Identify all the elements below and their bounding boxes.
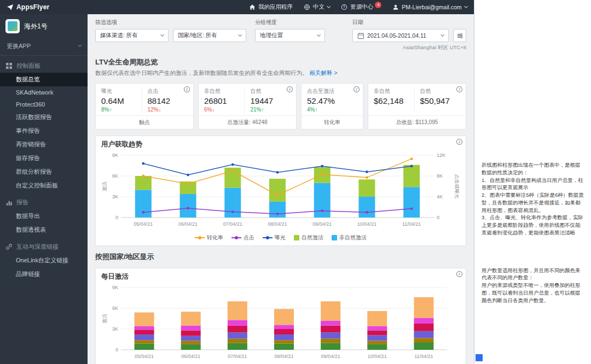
appsflyer-logo[interactable]: AppsFlyer — [7, 3, 49, 11]
kpi-card-footer: 总激活量: 46248 — [199, 115, 296, 129]
nav-resource-center[interactable]: ? 资源中心 4 — [341, 3, 381, 11]
ltv-title: LTV全生命周期总览 — [95, 57, 466, 67]
date-range-picker[interactable]: 2021.04.05-2021.04.11 — [352, 29, 449, 42]
kpi-metric: 点击至激活52.47%4%↑ — [307, 87, 357, 113]
annotation-stacked-bar: 用户数量选用柱形图，并且用不同的颜色来代表不同的用户数量： 用户的来源或类型不唯… — [482, 267, 584, 304]
sidebar-item[interactable]: SKAdNetwork — [0, 86, 88, 98]
nav-my-apps[interactable]: 我的应用程序 — [249, 3, 293, 11]
sidebar-item[interactable]: 自定义控制面板 — [0, 179, 88, 192]
svg-text:?: ? — [343, 5, 345, 9]
filter-group: 筛选选项 媒体渠道: 所有 国家/地区: 所有 — [95, 19, 246, 42]
sidebar-section-header[interactable]: 控制面板 — [0, 58, 88, 73]
explanation-link[interactable]: 相关解释 > — [309, 69, 337, 76]
sliders-icon — [456, 32, 463, 39]
app-name: 海外1号 — [24, 22, 48, 31]
legend-item[interactable]: 自然激活 — [294, 234, 323, 242]
svg-text:6K: 6K — [112, 306, 118, 311]
geo-select[interactable]: 国家/地区: 所有 — [173, 29, 246, 42]
legend-swatch — [332, 235, 337, 240]
sidebar-section-links: 互动与深度链接 OneLink自定义链接品牌链接 — [0, 239, 88, 281]
kpi-metric-value: 26801 — [204, 96, 241, 105]
kpi-cards: i曝光0.64M8%↑点击8814212%↓触点i非自然268016%↓自然19… — [95, 83, 466, 130]
svg-text:3K: 3K — [112, 194, 118, 199]
app-selector[interactable]: 海外1号 — [0, 14, 88, 38]
sidebar-section-header[interactable]: 互动与深度链接 — [0, 239, 88, 254]
chevron-down-icon — [327, 4, 331, 9]
legend-swatch — [294, 235, 299, 240]
sidebar-item[interactable]: 数据透视表 — [0, 223, 88, 237]
sidebar-section-header[interactable]: 报告 — [0, 195, 88, 209]
trend-chart-panel: 用户获取趋势 i 003K4K6K8K9K12K05/04/2106/04/21… — [95, 136, 466, 246]
sidebar-item[interactable]: 群组分析报告 — [0, 165, 88, 179]
daily-chart-panel: 每日激活 i 03K6K9K05/04/2106/04/2107/04/2108… — [95, 268, 466, 364]
filter-settings-button[interactable] — [453, 29, 466, 42]
kpi-metric-change: 8%↑ — [101, 107, 138, 113]
sidebar-item[interactable]: 再营销报告 — [0, 138, 88, 151]
svg-text:08/04/21: 08/04/21 — [274, 354, 293, 359]
media-source-select[interactable]: 媒体渠道: 所有 — [95, 29, 169, 42]
nav-label: 资源中心 — [350, 3, 373, 11]
ltv-section-header: LTV全生命周期总览 数据仅代表在选中日期内产生的激活，及新增数据随后发生的所有… — [95, 57, 466, 77]
sidebar-item[interactable]: OneLink自定义链接 — [0, 254, 88, 267]
chevron-down-icon — [78, 43, 82, 48]
sidebar-item[interactable]: Protect360 — [0, 98, 88, 110]
info-icon[interactable]: i — [456, 86, 462, 92]
kpi-metric-change: 12%↓ — [148, 107, 185, 113]
legend-swatch — [195, 237, 205, 238]
svg-text:9K: 9K — [112, 152, 118, 158]
legend-item[interactable]: 非自然激活 — [332, 234, 367, 242]
ltv-description-text: 数据仅代表在选中日期内产生的激活，及新增数据随后发生的所有全生命周期行为。 — [95, 69, 308, 76]
kpi-card: i点击至激活52.47%4%↑转化率 — [301, 83, 363, 130]
svg-text:10/04/21: 10/04/21 — [357, 221, 376, 227]
kpi-metric: 点击8814212%↓ — [142, 87, 188, 113]
legend-item[interactable]: 点击 — [231, 234, 254, 242]
legend-item[interactable]: 曝光 — [263, 234, 286, 242]
switch-app[interactable]: 更换APP — [0, 38, 88, 56]
dashboard-icon — [5, 62, 13, 69]
sidebar-item[interactable]: 活跃数据报告 — [0, 110, 88, 124]
kpi-metric-value: 52.47% — [307, 96, 354, 105]
svg-text:07/04/21: 07/04/21 — [223, 221, 242, 227]
svg-text:0: 0 — [115, 347, 118, 353]
country-section-title: 按照国家/地区显示 — [95, 252, 466, 262]
info-icon[interactable]: i — [456, 271, 462, 277]
kpi-metric: 非自然268016%↓ — [204, 87, 245, 113]
sidebar-item[interactable]: 数据总览 — [0, 73, 88, 86]
logo-bird-icon — [7, 4, 14, 11]
info-icon[interactable]: i — [354, 86, 360, 92]
ltv-description: 数据仅代表在选中日期内产生的激活，及新增数据随后发生的所有全生命周期行为。 相关… — [95, 69, 466, 77]
date-label: 日期 — [352, 19, 466, 26]
legend-label: 转化率 — [207, 234, 223, 242]
svg-text:11/04/21: 11/04/21 — [414, 354, 433, 359]
widget-button[interactable] — [476, 354, 483, 361]
sidebar-item[interactable]: 数据导出 — [0, 209, 88, 223]
daily-activation-chart[interactable]: 03K6K9K05/04/2106/04/2107/04/2108/04/210… — [101, 283, 459, 363]
group-dimension-select[interactable]: 地理位置 — [255, 29, 325, 42]
svg-text:激活: 激活 — [102, 314, 107, 324]
kpi-metric-label: 点击 — [148, 87, 185, 95]
user-acquisition-trend-chart[interactable]: 003K4K6K8K9K12K05/04/2106/04/2107/04/210… — [101, 151, 459, 231]
nav-label: 我的应用程序 — [258, 3, 293, 11]
trend-chart-title: 用户获取趋势 — [101, 140, 460, 149]
info-icon[interactable]: i — [456, 139, 462, 145]
nav-account[interactable]: PM-Lierbai@gmail.com — [392, 4, 467, 10]
link-icon — [5, 243, 13, 250]
sidebar-item[interactable]: 品牌链接 — [0, 267, 88, 281]
sidebar-item[interactable]: 留存报告 — [0, 151, 88, 165]
chevron-down-icon — [441, 33, 445, 37]
svg-text:06/04/21: 06/04/21 — [178, 221, 198, 227]
svg-text:4K: 4K — [437, 194, 443, 199]
kpi-metric: 非自然$62,148 — [374, 87, 414, 113]
kpi-metric-value: 19447 — [250, 96, 287, 105]
legend-item[interactable]: 转化率 — [195, 234, 223, 242]
kpi-metric-label: 自然 — [250, 87, 287, 95]
daily-chart-title: 每日激活 — [101, 272, 460, 281]
nav-language[interactable]: 中文 — [304, 3, 330, 11]
sidebar-item[interactable]: 事件报告 — [0, 124, 88, 138]
kpi-metric: 曝光0.64M8%↑ — [101, 87, 142, 113]
info-icon[interactable]: i — [287, 86, 293, 92]
kpi-card: i非自然$62,148自然$50,947总收益: $113,095 — [368, 83, 466, 130]
sidebar-section-reports: 报告 数据导出数据透视表 — [0, 195, 88, 237]
kpi-metric-change: 4%↑ — [307, 107, 354, 113]
info-icon[interactable]: i — [184, 86, 190, 92]
